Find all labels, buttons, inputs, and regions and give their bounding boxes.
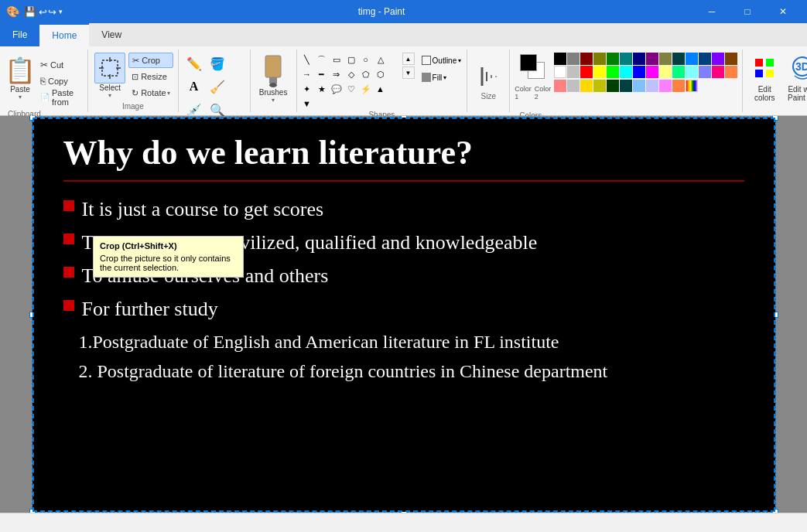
sub-list-item: 1.Postgraduate of English and American l…	[79, 327, 744, 356]
palette-row-3	[554, 80, 737, 92]
quick-redo[interactable]: ↪	[48, 6, 56, 18]
palette-darkgreen[interactable]	[607, 53, 619, 65]
shape-scroll-dn[interactable]: ▼	[300, 97, 314, 111]
tab-view[interactable]: View	[89, 23, 134, 46]
cut-button[interactable]: ✂ Cut	[37, 57, 83, 73]
outline-button[interactable]: Outline ▾	[419, 53, 464, 68]
shape-hexagon[interactable]: ⬡	[374, 67, 388, 81]
palette-tan[interactable]	[672, 80, 685, 92]
palette-yellowgreen[interactable]	[593, 80, 606, 92]
palette-darkyellow[interactable]	[659, 53, 672, 65]
canvas-area: Why do we learn literature? It is just a…	[0, 116, 807, 513]
palette-gold[interactable]	[580, 80, 593, 92]
palette-teal[interactable]	[620, 53, 632, 65]
palette-lightgreen[interactable]	[672, 66, 685, 78]
palette-lightblue[interactable]	[686, 53, 698, 65]
palette-magenta[interactable]	[646, 66, 658, 78]
pencil-button[interactable]: ✏️	[183, 53, 205, 74]
palette-darkblue[interactable]	[633, 53, 645, 65]
palette-skyblue[interactable]	[633, 80, 645, 92]
palette-darkblue2[interactable]	[699, 53, 711, 65]
minimize-btn[interactable]: ─	[694, 0, 730, 23]
tab-file[interactable]: File	[0, 23, 39, 46]
resize-button[interactable]: ⊡ Resize	[128, 69, 173, 84]
shape-star4[interactable]: ✦	[300, 82, 314, 96]
palette-brown[interactable]	[725, 53, 737, 65]
crop-button[interactable]: ✂ Crop	[128, 53, 173, 68]
palette-blue[interactable]	[633, 66, 645, 78]
shape-line[interactable]: ╲	[300, 53, 314, 66]
palette-lightcyan[interactable]	[686, 66, 698, 78]
palette-red[interactable]	[580, 66, 593, 78]
palette-white[interactable]	[554, 66, 566, 78]
close-btn[interactable]: ✕	[765, 0, 801, 23]
shapes-content: ╲ ⌒ ▭ ▢ ○ △ → ━ ⇒ ◇ ⬠ ⬡ ✦ ★ 💬 ♡ ⚡ ▲ ▼	[300, 53, 464, 111]
palette-cyan[interactable]	[620, 66, 632, 78]
quick-dropdown[interactable]: ▾	[59, 8, 63, 15]
select-button[interactable]: Select ▾	[93, 53, 127, 99]
palette-gray50[interactable]	[567, 53, 580, 65]
copy-button[interactable]: ⎘ Copy	[37, 73, 83, 89]
slide-title: Why do we learn literature?	[63, 133, 744, 172]
palette-hotpink[interactable]	[712, 66, 724, 78]
edit-paint3d-button[interactable]: 3D Edit with Paint 3D	[783, 53, 807, 104]
shapes-scroll-up[interactable]: ▲	[402, 53, 415, 65]
image-actions: ✂ Crop ⊡ Resize ↻ Rotate ▾	[128, 53, 173, 101]
palette-row-1	[554, 53, 737, 65]
palette-olive[interactable]	[593, 53, 606, 65]
shape-heart[interactable]: ♡	[344, 82, 358, 96]
shape-line2[interactable]: ━	[315, 67, 329, 81]
palette-periwinkle[interactable]	[699, 66, 711, 78]
edit-colors-button[interactable]: Edit colors	[747, 53, 781, 104]
palette-darkteal[interactable]	[672, 53, 685, 65]
tooltip-description: Crop the picture so it only contains the…	[100, 254, 237, 272]
shape-diamond[interactable]: ◇	[344, 67, 358, 81]
palette-rainbow[interactable]	[686, 80, 698, 92]
shape-scroll-up[interactable]: ▲	[374, 82, 388, 96]
quick-save[interactable]: 💾	[24, 6, 36, 18]
ribbon-content: 📋 Paste ▾ ✂ Cut ⎘ Copy 📄 Paste from Clip…	[0, 46, 807, 116]
text-button[interactable]: A	[183, 76, 205, 97]
palette-forestgreen[interactable]	[607, 80, 619, 92]
palette-orange[interactable]	[725, 66, 737, 78]
shape-lightning[interactable]: ⚡	[359, 82, 373, 96]
tab-home[interactable]: Home	[39, 23, 89, 46]
shape-arrow[interactable]: ⇒	[330, 67, 344, 81]
palette-yellow[interactable]	[593, 66, 606, 78]
color-labels: Color1 Color2	[515, 85, 551, 101]
palette-gray25[interactable]	[567, 80, 580, 92]
palette-violet[interactable]	[712, 53, 724, 65]
palette-pink[interactable]	[659, 80, 672, 92]
palette-lightgray[interactable]	[567, 66, 580, 78]
fill-button[interactable]: 🪣	[207, 53, 228, 74]
color1-box[interactable]	[520, 54, 537, 71]
palette-purple[interactable]	[646, 53, 658, 65]
paste-from-button[interactable]: 📄 Paste from	[37, 90, 83, 105]
shape-pentagon[interactable]: ⬠	[359, 67, 373, 81]
palette-lime[interactable]	[607, 66, 619, 78]
brushes-button[interactable]: Brushes ▾	[254, 53, 292, 105]
shape-callout[interactable]: 💬	[330, 82, 344, 96]
maximize-btn[interactable]: □	[730, 0, 765, 23]
shape-rect-round[interactable]: ▢	[344, 53, 358, 66]
shape-star5[interactable]: ★	[315, 82, 329, 96]
fill-button[interactable]: Fill ▾	[419, 70, 464, 85]
shape-rect[interactable]: ▭	[330, 53, 344, 66]
shape-triangle[interactable]: △	[374, 53, 388, 66]
quick-undo[interactable]: ↩	[39, 6, 47, 18]
shape-curve[interactable]: ⌒	[315, 53, 329, 66]
palette-black[interactable]	[554, 53, 566, 65]
shapes-scroll-down[interactable]: ▼	[402, 66, 415, 79]
palette-lavender[interactable]	[646, 80, 658, 92]
shape-arrow-right[interactable]: →	[300, 67, 314, 81]
palette-darkercyan[interactable]	[620, 80, 632, 92]
palette-salmon[interactable]	[554, 80, 566, 92]
shape-ellipse[interactable]: ○	[359, 53, 373, 66]
paste-button[interactable]: 📋 Paste ▾	[5, 53, 36, 104]
rotate-button[interactable]: ↻ Rotate ▾	[128, 85, 173, 101]
palette-lightyellow[interactable]	[659, 66, 672, 78]
eraser-button[interactable]: 🧹	[207, 76, 228, 97]
palette-darkred[interactable]	[580, 53, 593, 65]
tooltip: Crop (Ctrl+Shift+X) Crop the picture so …	[93, 236, 244, 278]
size-button[interactable]	[476, 61, 501, 92]
